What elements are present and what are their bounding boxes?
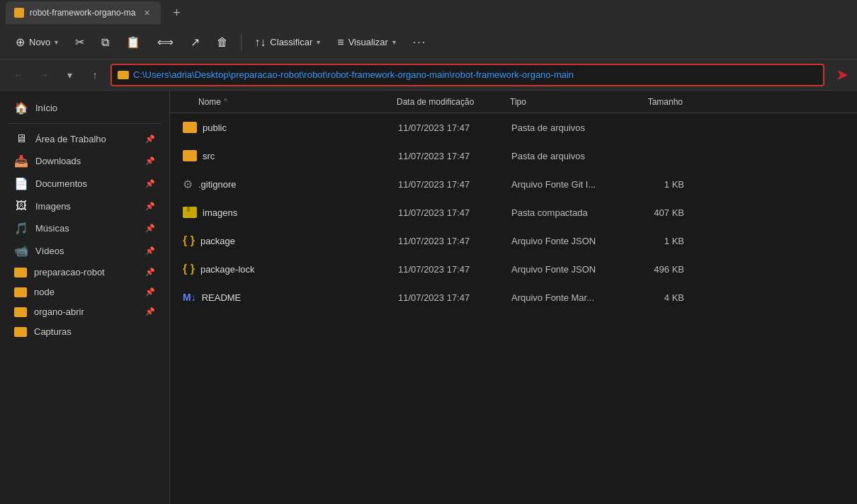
sidebar-item-downloads[interactable]: 📥 Downloads 📌 bbox=[3, 150, 166, 172]
share-icon: ↗ bbox=[191, 35, 200, 49]
sidebar: 🏠 Início 🖥 Área de Trabalho 📌 📥 Download… bbox=[0, 91, 170, 504]
sidebar-item-label: Área de Trabalho bbox=[35, 134, 106, 144]
sidebar-item-documentos[interactable]: 📄 Documentos 📌 bbox=[3, 173, 166, 195]
view-dropdown-icon: ▾ bbox=[392, 38, 396, 46]
delete-button[interactable]: 🗑 bbox=[210, 32, 235, 53]
tab-folder-icon bbox=[14, 8, 24, 18]
back-button[interactable]: ← bbox=[8, 65, 28, 85]
sidebar-item-label: Início bbox=[35, 103, 57, 113]
view-button[interactable]: ≡ Visualizar ▾ bbox=[330, 32, 402, 53]
browser-tab[interactable]: robot-framework-organo-ma ✕ bbox=[6, 1, 161, 24]
share-button[interactable]: ↗ bbox=[183, 31, 207, 53]
sidebar-item-capturas[interactable]: Capturas bbox=[3, 322, 166, 341]
sort-button[interactable]: ↑↓ Classificar ▾ bbox=[247, 32, 327, 53]
new-tab-button[interactable]: + bbox=[166, 3, 186, 23]
table-row[interactable]: public 11/07/2023 17:47 Pasta de arquivo… bbox=[171, 113, 856, 142]
address-bar: ← → ▾ ↑ C:\Users\adria\Desktop\preparaca… bbox=[0, 59, 857, 91]
dropdown-button[interactable]: ▾ bbox=[59, 65, 79, 85]
table-row[interactable]: imagens 11/07/2023 17:47 Pasta compactad… bbox=[171, 198, 856, 227]
sidebar-item-label: Músicas bbox=[35, 223, 69, 234]
file-name-cell: M↓ README bbox=[171, 292, 398, 303]
folder-icon bbox=[14, 327, 27, 337]
sidebar-item-label: node bbox=[34, 287, 55, 297]
pin-icon-7: 📌 bbox=[145, 268, 155, 277]
sidebar-item-musicas[interactable]: 🎵 Músicas 📌 bbox=[3, 217, 166, 239]
sidebar-item-label: organo-abrir bbox=[34, 307, 84, 317]
more-label: ··· bbox=[413, 36, 426, 49]
svg-rect-1 bbox=[187, 207, 190, 212]
column-header: Nome ^ Data de modificação Tipo Tamanho bbox=[170, 91, 857, 113]
sidebar-item-inicio[interactable]: 🏠 Início bbox=[3, 97, 166, 119]
sidebar-separator-1 bbox=[8, 123, 161, 124]
address-input-wrap[interactable]: C:\Users\adria\Desktop\preparacao-robot\… bbox=[110, 64, 824, 86]
address-path[interactable]: C:\Users\adria\Desktop\preparacao-robot\… bbox=[133, 69, 817, 80]
table-row[interactable]: { } package 11/07/2023 17:47 Arquivo Fon… bbox=[171, 227, 856, 255]
new-icon: ⊕ bbox=[16, 35, 25, 49]
pin-icon-5: 📌 bbox=[145, 224, 155, 233]
file-name-cell: public bbox=[171, 122, 398, 133]
cut-button[interactable]: ✂ bbox=[68, 31, 91, 53]
pin-icon-4: 📌 bbox=[145, 202, 155, 211]
new-button[interactable]: ⊕ Novo ▾ bbox=[8, 31, 65, 53]
forward-button[interactable]: → bbox=[34, 65, 54, 85]
json-icon: { } bbox=[183, 234, 195, 247]
new-label: Novo bbox=[29, 37, 50, 47]
sort-dropdown-icon: ▾ bbox=[317, 38, 320, 46]
col-type-header[interactable]: Tipo bbox=[510, 97, 623, 107]
file-area: Nome ^ Data de modificação Tipo Tamanho … bbox=[170, 91, 857, 504]
videos-icon: 📹 bbox=[14, 244, 28, 258]
pin-icon-2: 📌 bbox=[145, 156, 155, 166]
col-size-header[interactable]: Tamanho bbox=[623, 97, 694, 107]
desktop-icon: 🖥 bbox=[14, 132, 28, 145]
view-icon: ≡ bbox=[337, 36, 344, 49]
rename-icon: ⟺ bbox=[157, 35, 174, 49]
paste-button[interactable]: 📋 bbox=[119, 31, 147, 53]
sort-icon: ↑↓ bbox=[254, 36, 266, 49]
folder-icon bbox=[14, 268, 27, 277]
sidebar-item-label: Imagens bbox=[35, 201, 71, 212]
sidebar-item-videos[interactable]: 📹 Vídeos 📌 bbox=[3, 240, 166, 262]
arrow-indicator: ➤ bbox=[836, 66, 849, 84]
table-row[interactable]: M↓ README 11/07/2023 17:47 Arquivo Fonte… bbox=[171, 283, 856, 311]
rename-button[interactable]: ⟺ bbox=[150, 31, 181, 53]
file-name-cell: ⚙ .gitignore bbox=[171, 178, 398, 191]
more-button[interactable]: ··· bbox=[406, 32, 433, 53]
sidebar-item-imagens[interactable]: 🖼 Imagens 📌 bbox=[3, 195, 166, 217]
images-icon: 🖼 bbox=[14, 200, 28, 212]
col-date-header[interactable]: Data de modificação bbox=[397, 97, 510, 107]
home-icon: 🏠 bbox=[14, 101, 28, 115]
col-name-header[interactable]: Nome ^ bbox=[170, 97, 397, 107]
file-name-cell: { } package-lock bbox=[171, 263, 398, 275]
forward-icon: → bbox=[39, 69, 49, 81]
zip-folder-icon bbox=[183, 207, 197, 218]
sidebar-item-area-de-trabalho[interactable]: 🖥 Área de Trabalho 📌 bbox=[3, 128, 166, 149]
sidebar-item-label: Capturas bbox=[34, 326, 72, 337]
sidebar-item-preparacao-robot[interactable]: preparacao-robot 📌 bbox=[3, 263, 166, 282]
file-list: public 11/07/2023 17:47 Pasta de arquivo… bbox=[170, 113, 857, 504]
copy-button[interactable]: ⧉ bbox=[94, 32, 116, 53]
paste-icon: 📋 bbox=[126, 35, 140, 49]
sidebar-item-label: preparacao-robot bbox=[34, 267, 105, 277]
table-row[interactable]: ⚙ .gitignore 11/07/2023 17:47 Arquivo Fo… bbox=[171, 170, 856, 198]
tab-title: robot-framework-organo-ma bbox=[30, 8, 135, 18]
sort-label: Classificar bbox=[270, 37, 312, 47]
music-icon: 🎵 bbox=[14, 222, 28, 235]
pin-icon-6: 📌 bbox=[145, 246, 155, 256]
tab-close-button[interactable]: ✕ bbox=[141, 7, 152, 18]
delete-icon: 🗑 bbox=[217, 36, 228, 49]
folder-icon bbox=[183, 122, 197, 133]
sidebar-item-label: Vídeos bbox=[35, 246, 64, 256]
back-icon: ← bbox=[13, 69, 23, 81]
table-row[interactable]: { } package-lock 11/07/2023 17:47 Arquiv… bbox=[171, 255, 856, 283]
up-button[interactable]: ↑ bbox=[85, 65, 105, 85]
folder-icon bbox=[14, 287, 27, 297]
cut-icon: ✂ bbox=[75, 35, 84, 49]
sidebar-item-node[interactable]: node 📌 bbox=[3, 282, 166, 302]
title-bar: robot-framework-organo-ma ✕ + bbox=[0, 0, 857, 25]
address-folder-icon bbox=[118, 71, 129, 79]
copy-icon: ⧉ bbox=[101, 36, 109, 49]
new-dropdown-icon: ▾ bbox=[55, 38, 58, 46]
table-row[interactable]: src 11/07/2023 17:47 Pasta de arquivos bbox=[171, 142, 856, 170]
sidebar-item-organo-abrir[interactable]: organo-abrir 📌 bbox=[3, 302, 166, 321]
pin-icon-1: 📌 bbox=[145, 134, 155, 144]
